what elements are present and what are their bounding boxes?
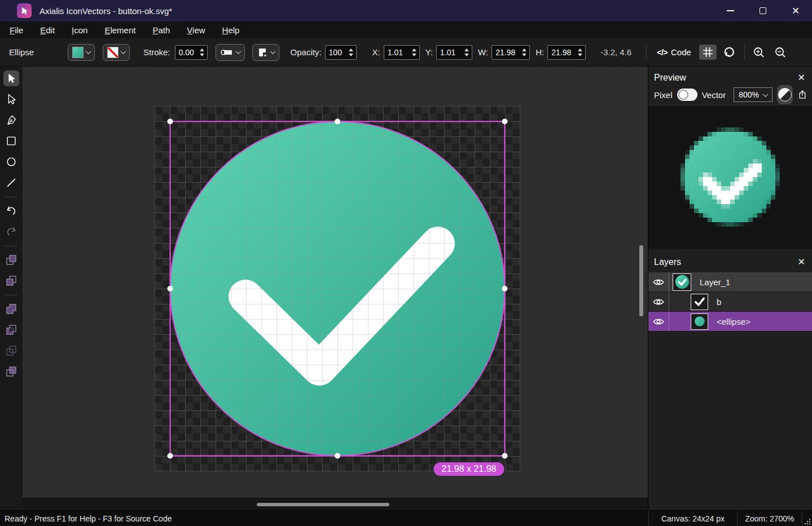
stroke-color-dropdown[interactable] <box>103 44 130 61</box>
layer-row-ellipse[interactable]: <ellipse> <box>648 312 812 331</box>
line-tool-button[interactable] <box>3 175 19 191</box>
pixel-vector-toggle[interactable] <box>677 89 697 101</box>
exclude-button[interactable] <box>3 364 19 379</box>
divider <box>669 312 669 331</box>
maximize-icon <box>760 7 766 14</box>
app-logo-icon <box>17 3 32 18</box>
divider <box>669 272 669 291</box>
line-join-dropdown[interactable] <box>252 44 279 61</box>
selection-handle[interactable] <box>335 119 340 125</box>
visibility-toggle[interactable] <box>648 298 669 306</box>
canvas[interactable]: 21.98 x 21.98 <box>155 106 520 471</box>
menu-path[interactable]: Path <box>144 23 178 37</box>
zoom-out-button[interactable] <box>771 44 790 61</box>
menu-help[interactable]: Help <box>214 23 248 37</box>
close-icon[interactable]: ✕ <box>798 258 805 267</box>
x-spinbox <box>384 45 420 60</box>
menu-view[interactable]: View <box>178 23 213 37</box>
resize-grip[interactable] <box>802 511 812 526</box>
subtract-button[interactable] <box>3 322 19 338</box>
subtract-icon <box>5 323 18 337</box>
rotate-icon <box>723 46 735 58</box>
pen-nib-icon <box>5 114 17 126</box>
window-controls: ✕ <box>714 0 812 21</box>
selection-rectangle[interactable] <box>170 122 505 456</box>
pixel-mode-label: Pixel <box>654 90 673 100</box>
selection-handle[interactable] <box>335 453 340 459</box>
menubar: File Edit Icon Element Path View Help <box>0 21 812 38</box>
send-backward-button[interactable] <box>3 273 19 289</box>
preview-background-toggle-button[interactable] <box>777 85 793 104</box>
undo-button[interactable] <box>3 203 19 219</box>
visibility-toggle[interactable] <box>648 278 669 286</box>
horizontal-scrollbar[interactable] <box>257 503 389 506</box>
w-spinbox <box>491 45 530 60</box>
canvas-viewport[interactable]: 21.98 x 21.98 <box>23 67 648 510</box>
w-stepper[interactable] <box>520 46 529 59</box>
h-input[interactable] <box>548 48 576 57</box>
line-cap-dropdown[interactable] <box>216 44 245 61</box>
reset-rotation-button[interactable] <box>720 44 739 60</box>
selection-handle[interactable] <box>168 453 173 459</box>
menu-element[interactable]: Element <box>96 23 144 37</box>
minimize-button[interactable] <box>714 0 747 21</box>
intersect-button[interactable] <box>3 343 19 359</box>
layers-panel-header: Layers ✕ <box>648 251 812 269</box>
layer-row-layer1[interactable]: Layer_1 <box>648 272 812 292</box>
close-icon[interactable]: ✕ <box>798 73 805 82</box>
y-stepper[interactable] <box>463 46 472 59</box>
selection-handle[interactable] <box>168 119 173 125</box>
opacity-spinbox <box>325 45 357 60</box>
selection-handle[interactable] <box>502 286 508 291</box>
code-view-button[interactable]: </> Code <box>653 45 695 59</box>
layer-name: Layer_1 <box>700 277 730 287</box>
opacity-stepper[interactable] <box>347 46 356 59</box>
w-input[interactable] <box>492 48 520 57</box>
titlebar: Axialis IconVectors - button-ok.svg* ✕ <box>0 0 812 21</box>
send-backward-icon <box>5 274 18 288</box>
zoom-in-button[interactable] <box>749 44 769 61</box>
menu-file[interactable]: File <box>1 23 32 37</box>
layer-row-b[interactable]: b <box>648 292 812 312</box>
toggle-knob <box>678 90 688 100</box>
main-area: 21.98 x 21.98 Preview ✕ Pixel Vector 800… <box>0 67 812 510</box>
vertical-scrollbar[interactable] <box>639 245 643 316</box>
preview-zoom-select[interactable]: 800% <box>734 87 773 102</box>
export-icon[interactable] <box>797 88 807 101</box>
layer-thumbnail <box>691 313 708 330</box>
select-tool-button[interactable] <box>3 70 19 86</box>
y-input[interactable] <box>437 48 463 57</box>
selection-handle[interactable] <box>502 453 508 459</box>
maximize-button[interactable] <box>747 0 779 21</box>
direct-select-tool-button[interactable] <box>3 91 19 107</box>
grid-toggle-button[interactable] <box>699 45 717 60</box>
selection-handle[interactable] <box>502 119 508 125</box>
bring-forward-button[interactable] <box>3 252 19 268</box>
redo-icon <box>5 226 17 238</box>
pen-tool-button[interactable] <box>3 112 19 128</box>
line-join-icon <box>257 47 268 58</box>
selection-handle[interactable] <box>168 286 173 291</box>
tools-sidebar <box>0 67 23 510</box>
redo-button[interactable] <box>3 224 19 240</box>
status-message: Ready - Press F1 for Help - F3 for Sourc… <box>0 514 648 523</box>
x-input[interactable] <box>384 48 410 57</box>
h-stepper[interactable] <box>576 46 585 59</box>
opacity-input[interactable] <box>326 48 347 57</box>
zoom-out-icon <box>774 46 787 59</box>
visibility-toggle[interactable] <box>648 317 669 326</box>
fill-color-dropdown[interactable] <box>68 44 95 61</box>
chevron-down-icon <box>86 48 91 54</box>
menu-edit[interactable]: Edit <box>32 23 63 37</box>
selected-tool-name: Ellipse <box>9 47 68 57</box>
union-button[interactable] <box>3 301 19 317</box>
rectangle-tool-button[interactable] <box>3 133 19 149</box>
union-icon <box>5 302 18 316</box>
x-stepper[interactable] <box>410 46 419 59</box>
menu-icon[interactable]: Icon <box>63 23 96 37</box>
ellipse-tool-button[interactable] <box>3 154 19 170</box>
stroke-width-input[interactable] <box>175 48 198 57</box>
stroke-width-stepper[interactable] <box>198 46 207 59</box>
close-button[interactable]: ✕ <box>779 0 812 21</box>
horizontal-scrollbar-track[interactable] <box>23 498 648 510</box>
